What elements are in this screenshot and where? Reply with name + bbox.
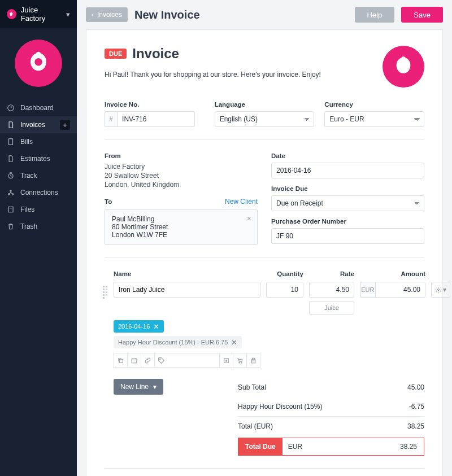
cart-icon[interactable] bbox=[233, 353, 246, 368]
subtotal-label: Sub Total bbox=[238, 383, 266, 391]
col-qty: Quantity bbox=[266, 270, 303, 277]
nav-label: Invoices bbox=[20, 121, 45, 129]
col-rate: Rate bbox=[309, 270, 354, 277]
invoice-no-label: Invoice No. bbox=[105, 101, 205, 108]
folder-icon bbox=[7, 206, 15, 213]
sidebar-item-bills[interactable]: Bills bbox=[0, 133, 77, 150]
topbar: ‹ Invoices New Invoice Help Save bbox=[77, 0, 452, 29]
status-badge: DUE bbox=[105, 49, 127, 59]
date-tag[interactable]: 2016-04-16✕ bbox=[114, 320, 164, 333]
total-due-label: Total Due bbox=[238, 438, 282, 455]
from-line2: London, United Kingdom bbox=[105, 181, 258, 189]
client-name: Paul McBilling bbox=[112, 215, 250, 223]
line-amount-input[interactable] bbox=[375, 282, 425, 298]
line-toolbar bbox=[114, 353, 260, 368]
document-title: Invoice bbox=[132, 46, 179, 62]
from-line1: 20 Swallow Street bbox=[105, 172, 258, 180]
nav-label: Connections bbox=[20, 189, 58, 196]
svg-rect-9 bbox=[119, 359, 123, 363]
date-label: Date bbox=[271, 152, 424, 159]
new-line-button[interactable]: New Line▾ bbox=[114, 379, 163, 395]
amount-currency: EUR bbox=[360, 282, 375, 298]
client-card[interactable]: × Paul McBilling 80 Mortimer Street Lond… bbox=[105, 209, 258, 245]
company-logo bbox=[383, 46, 424, 88]
svg-point-14 bbox=[241, 362, 242, 363]
calendar-icon[interactable] bbox=[127, 353, 141, 368]
client-line1: 80 Mortimer Street bbox=[112, 223, 250, 231]
remove-tag-icon[interactable]: ✕ bbox=[231, 338, 237, 347]
date-input[interactable] bbox=[271, 163, 424, 178]
subtotal-value: 45.00 bbox=[407, 383, 424, 391]
line-settings-button[interactable]: ▾ bbox=[431, 282, 450, 298]
archive-icon[interactable] bbox=[219, 353, 233, 368]
col-name: Name bbox=[114, 270, 260, 277]
total-due-currency: EUR bbox=[282, 443, 308, 451]
chevron-left-icon: ‹ bbox=[92, 11, 94, 19]
remove-tag-icon[interactable]: ✕ bbox=[153, 322, 159, 331]
due-label: Invoice Due bbox=[271, 185, 424, 192]
remove-client-icon[interactable]: × bbox=[247, 214, 251, 223]
sidebar-item-dashboard[interactable]: Dashboard bbox=[0, 99, 77, 116]
line-name-input[interactable] bbox=[114, 282, 260, 298]
print-icon[interactable] bbox=[246, 353, 260, 368]
nav-label: Track bbox=[20, 172, 37, 180]
svg-point-13 bbox=[239, 362, 240, 363]
sidebar-item-trash[interactable]: Trash bbox=[0, 218, 77, 235]
line-rate-input[interactable] bbox=[309, 282, 354, 298]
chevron-down-icon: ▾ bbox=[153, 383, 157, 391]
copy-icon[interactable] bbox=[114, 353, 127, 368]
po-input[interactable] bbox=[271, 228, 424, 244]
gauge-icon bbox=[7, 104, 15, 112]
drag-handle-icon[interactable] bbox=[102, 285, 110, 293]
total-due-row: Total Due EUR 38.25 bbox=[238, 438, 424, 456]
currency-select[interactable]: Euro - EUR bbox=[324, 111, 424, 127]
page-title: New Invoice bbox=[134, 8, 200, 21]
unit-chip[interactable]: Juice bbox=[309, 301, 354, 315]
nav-label: Files bbox=[20, 206, 34, 213]
to-label: To bbox=[105, 198, 112, 205]
sidebar-item-estimates[interactable]: Estimates bbox=[0, 150, 77, 167]
save-button[interactable]: Save bbox=[401, 7, 443, 23]
nav-label: Bills bbox=[20, 138, 33, 146]
document-icon bbox=[7, 121, 15, 129]
svg-rect-7 bbox=[8, 207, 13, 212]
svg-point-0 bbox=[34, 58, 42, 66]
col-amount: Amount bbox=[360, 270, 425, 277]
total-due-value: 38.25 bbox=[393, 443, 424, 451]
invoice-no-input[interactable] bbox=[117, 111, 195, 127]
language-select[interactable]: English (US) bbox=[215, 111, 315, 127]
back-button[interactable]: ‹ Invoices bbox=[86, 7, 128, 22]
sidebar-item-track[interactable]: Track bbox=[0, 167, 77, 184]
svg-rect-15 bbox=[251, 361, 255, 363]
clock-icon bbox=[7, 172, 15, 180]
nav-label: Dashboard bbox=[20, 104, 54, 112]
from-label: From bbox=[105, 152, 258, 159]
help-button[interactable]: Help bbox=[355, 7, 395, 23]
svg-point-11 bbox=[159, 359, 160, 360]
workspace-switcher[interactable]: Juice Factory ▾ bbox=[0, 0, 77, 28]
language-label: Language bbox=[215, 101, 315, 108]
add-invoice-button[interactable]: + bbox=[60, 120, 70, 130]
due-select[interactable]: Due on Receipt bbox=[271, 195, 424, 211]
nav-label: Trash bbox=[20, 222, 37, 230]
page-icon bbox=[7, 138, 15, 146]
total-label: Total (EUR) bbox=[238, 422, 273, 430]
primary-nav: Dashboard Invoices + Bills Estimates Tra… bbox=[0, 99, 77, 235]
sidebar-item-connections[interactable]: Connections bbox=[0, 184, 77, 201]
connections-icon bbox=[7, 189, 15, 196]
link-icon[interactable] bbox=[141, 353, 154, 368]
tag-icon[interactable] bbox=[154, 353, 168, 368]
brand-icon bbox=[7, 9, 16, 19]
file-icon bbox=[7, 155, 15, 163]
discount-label: Happy Hour Discount (15%) bbox=[238, 403, 322, 411]
sidebar-item-invoices[interactable]: Invoices + bbox=[0, 116, 77, 133]
sidebar-item-files[interactable]: Files bbox=[0, 201, 77, 218]
discount-tag[interactable]: Happy Hour Discount (15%) - EUR 6.75✕ bbox=[114, 336, 242, 348]
po-label: Purchase Order Number bbox=[271, 218, 424, 225]
svg-point-4 bbox=[10, 190, 11, 191]
new-client-link[interactable]: New Client bbox=[225, 198, 258, 206]
greeting-text: Hi Paul! Thank you for shopping at our s… bbox=[105, 71, 373, 78]
line-qty-input[interactable] bbox=[266, 282, 303, 298]
invoice-card: DUE Invoice Hi Paul! Thank you for shopp… bbox=[86, 29, 443, 476]
hash-icon: # bbox=[105, 111, 117, 127]
